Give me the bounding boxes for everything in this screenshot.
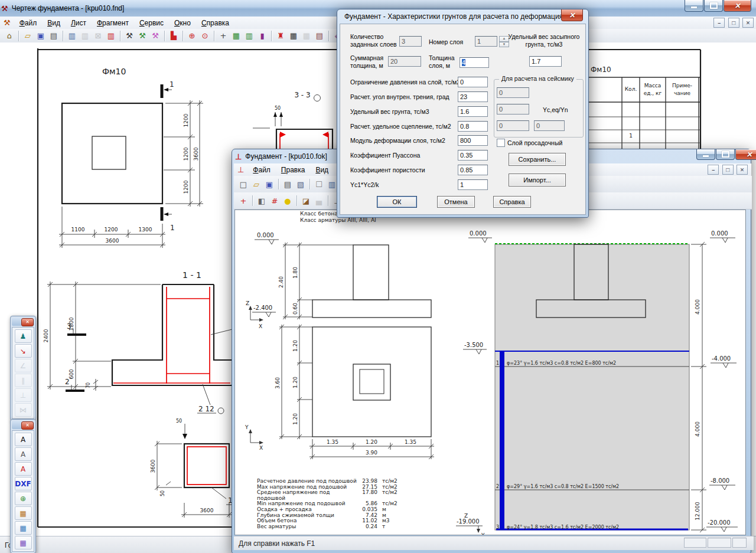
select-rect-icon[interactable]: ☐ — [312, 178, 325, 190]
fok-minimize-button[interactable] — [696, 149, 715, 160]
dialog-close-button[interactable] — [561, 9, 583, 21]
field-seismic-2[interactable]: 0 — [497, 104, 529, 114]
field-poisson[interactable]: 0.35 — [458, 150, 488, 161]
save-button[interactable]: Сохранить... — [509, 153, 566, 166]
field-pressure-limit[interactable]: 0 — [458, 77, 488, 87]
field-cohesion[interactable]: 0.8 — [458, 121, 488, 132]
fok-mdi-close-button[interactable] — [737, 165, 748, 175]
print-icon[interactable]: ▤ — [281, 178, 294, 190]
dimension-arrow-icon[interactable]: ↘ — [15, 344, 32, 358]
press-icon[interactable]: ♜ — [274, 30, 287, 42]
catalog-icon[interactable]: ▥ — [243, 30, 256, 42]
trowel-icon[interactable]: ◪ — [299, 195, 312, 207]
open-icon[interactable]: ▱ — [21, 30, 34, 42]
zoom-extents-icon[interactable]: ⊙ — [198, 30, 211, 42]
menu-item-Вид[interactable]: Вид — [310, 164, 334, 176]
fok-mdi-minimize-button[interactable] — [708, 165, 719, 175]
field-layer-thickness[interactable]: 4 — [460, 57, 489, 68]
field-porosity[interactable]: 0.85 — [458, 165, 488, 175]
field-fill-weight[interactable]: 1.7 — [529, 56, 562, 67]
diagram-icon[interactable]: ▙ — [167, 30, 180, 42]
palette2-titlebar[interactable] — [12, 421, 34, 429]
column-icon[interactable]: ▮ — [256, 30, 269, 42]
svg-text:2 12: 2 12 — [198, 405, 214, 413]
status-panel-3 — [732, 538, 747, 548]
fok-mdi-restore-button[interactable] — [722, 165, 734, 175]
axes-icon[interactable]: + — [237, 195, 250, 207]
field-total-thickness[interactable]: 20 — [388, 56, 421, 67]
palette-titlebar[interactable] — [12, 318, 34, 326]
field-yc1yc2k[interactable]: 1 — [458, 179, 488, 190]
dxf-icon[interactable]: DXF — [15, 477, 32, 490]
globe-icon[interactable]: ⊕ — [15, 492, 32, 505]
field-layer-number[interactable]: 1 — [475, 36, 497, 47]
mdi-restore-button[interactable] — [728, 18, 739, 28]
stamp-tool-icon[interactable]: ♟ — [15, 329, 32, 343]
svg-text:-4.000: -4.000 — [712, 355, 731, 362]
cancel-button[interactable]: Отмена — [437, 196, 475, 208]
result-row: Вес арматуры0.24т — [257, 524, 410, 530]
fok-maximize-button[interactable] — [716, 149, 735, 160]
fok-canvas[interactable]: Класс бетона Класс арматуры AIII, AIII, … — [234, 210, 746, 535]
import-button[interactable]: Импорт... — [509, 174, 566, 186]
ok-button[interactable]: ОК — [377, 196, 417, 208]
open-icon[interactable]: ▱ — [250, 178, 263, 190]
hammer-edit-icon[interactable]: ⚒ — [149, 30, 162, 42]
menu-item-Сервис[interactable]: Сервис — [134, 17, 169, 29]
label-subsidence: Слой просадочный — [507, 139, 562, 146]
grid-dense-icon[interactable]: ▦ — [287, 30, 300, 42]
minimize-button[interactable] — [685, 0, 703, 12]
zoom-window-icon[interactable]: ⊕ — [185, 30, 198, 42]
checkbox-subsidence[interactable] — [497, 139, 505, 147]
maximize-button[interactable] — [704, 0, 723, 12]
lamp-icon[interactable]: ● — [281, 195, 294, 207]
close-button[interactable] — [724, 0, 751, 12]
field-deform-modulus[interactable]: 800 — [458, 135, 488, 146]
exit-icon[interactable]: ⌂ — [3, 30, 16, 42]
label-yceq: Yc,eq/Yn — [543, 106, 568, 113]
save-icon[interactable]: ▣ — [263, 178, 276, 190]
help-button[interactable]: Справка — [493, 196, 531, 208]
fok-menu-icon: ⊥ — [237, 165, 244, 174]
palette-close-icon[interactable] — [21, 318, 34, 326]
text-a-icon[interactable]: A — [15, 433, 32, 446]
hammer-add-icon[interactable]: ⚒ — [136, 30, 149, 42]
grid-section-icon[interactable]: ▤ — [313, 30, 326, 42]
mdi-close-button[interactable] — [742, 18, 754, 28]
menu-item-Правка[interactable]: Правка — [276, 164, 311, 176]
cube-icon[interactable]: ◧ — [255, 195, 268, 207]
palette-sheet-icon[interactable]: ▦ — [15, 536, 32, 549]
field-seismic-3[interactable]: 0 — [497, 120, 529, 131]
results-block: Расчетное давление под подошвой23.98тс/м… — [257, 479, 410, 529]
menu-item-Справка[interactable]: Справка — [196, 17, 234, 29]
print-icon[interactable]: ▤ — [47, 30, 60, 42]
field-unit-weight[interactable]: 1.6 — [458, 106, 488, 117]
menu-item-Окно[interactable]: Окно — [169, 17, 196, 29]
menu-item-Фрагмент[interactable]: Фрагмент — [92, 17, 134, 29]
field-friction-angle[interactable]: 23 — [458, 91, 488, 102]
preview-icon[interactable]: ▧ — [294, 178, 307, 190]
hammer-icon[interactable]: ⚒ — [123, 30, 136, 42]
menu-item-Вид[interactable]: Вид — [42, 17, 66, 29]
field-layer-count[interactable]: 3 — [399, 36, 422, 47]
palette-save-icon[interactable]: ▦ — [15, 506, 32, 520]
palette2-close-icon[interactable] — [21, 421, 34, 430]
move-icon[interactable]: + — [217, 30, 230, 42]
mdi-minimize-button[interactable] — [713, 18, 725, 28]
save-icon[interactable]: ▣ — [34, 30, 47, 42]
palette-page-icon[interactable]: ▦ — [15, 521, 32, 535]
fok-close-button[interactable] — [735, 149, 756, 160]
text-page-icon[interactable]: A — [15, 462, 32, 476]
copy-fragment-icon[interactable]: ▥ — [66, 30, 79, 42]
menu-item-Файл[interactable]: Файл — [247, 164, 276, 176]
menu-item-Лист[interactable]: Лист — [66, 17, 92, 29]
field-seismic-4[interactable]: 0 — [534, 120, 565, 131]
levels-icon[interactable]: ▥ — [105, 30, 118, 42]
svg-text:1.20: 1.20 — [292, 340, 298, 352]
new-icon[interactable]: □ — [237, 178, 250, 190]
table-icon[interactable]: ▦ — [230, 30, 243, 42]
menu-item-Файл[interactable]: Файл — [14, 17, 43, 29]
text-a2-icon[interactable]: A — [15, 447, 32, 461]
grid-red-icon[interactable]: # — [268, 195, 281, 207]
field-seismic-1[interactable]: 0 — [497, 87, 529, 98]
